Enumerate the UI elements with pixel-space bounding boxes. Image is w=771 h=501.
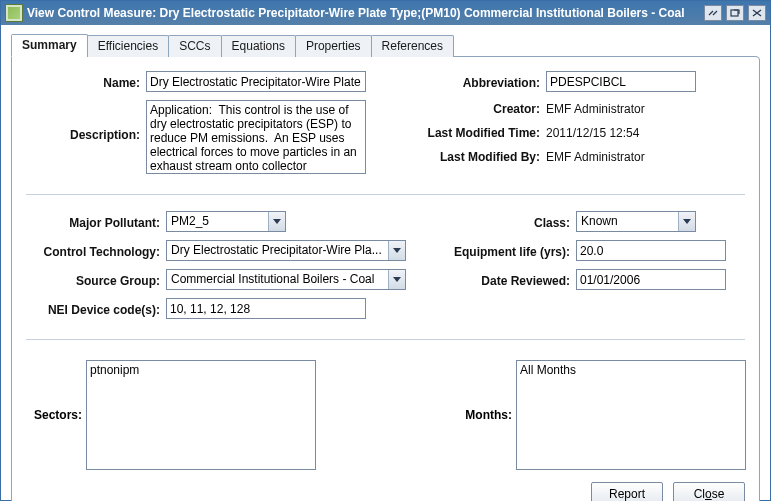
divider-2 (26, 339, 745, 340)
tab-properties[interactable]: Properties (295, 35, 372, 57)
class-label: Class: (446, 214, 576, 230)
sectors-listbox[interactable]: ptnonipm (86, 360, 316, 470)
name-input[interactable] (146, 71, 366, 92)
details-block: Major Pollutant: PM2_5 Control Technolog… (26, 211, 745, 327)
datereviewed-input[interactable] (576, 269, 726, 290)
list-item[interactable]: ptnonipm (90, 363, 312, 377)
tab-sccs[interactable]: SCCs (168, 35, 221, 57)
lastmod-label: Last Modified Time: (406, 124, 546, 140)
footer-buttons: Report Close (26, 470, 745, 501)
close-button-mnemonic: o (705, 487, 712, 501)
nei-label: NEI Device code(s): (26, 301, 166, 317)
lastmod-value: 2011/12/15 12:54 (546, 124, 639, 140)
months-listbox[interactable]: All Months (516, 360, 746, 470)
tab-efficiencies[interactable]: Efficiencies (87, 35, 169, 57)
creator-value: EMF Administrator (546, 100, 645, 116)
tab-references[interactable]: References (371, 35, 454, 57)
summary-right: Abbreviation: Creator: EMF Administrator… (406, 71, 745, 182)
tech-label: Control Technology: (26, 243, 166, 259)
tab-summary[interactable]: Summary (11, 34, 88, 57)
close-button-prefix: Cl (694, 487, 705, 501)
tech-select[interactable]: Dry Electrostatic Precipitator-Wire Pla.… (166, 240, 406, 261)
months-label: Months: (456, 408, 516, 422)
class-value: Known (577, 212, 678, 231)
creator-label: Creator: (406, 100, 546, 116)
pollutant-value: PM2_5 (167, 212, 268, 231)
nei-input[interactable] (166, 298, 366, 319)
lastmodby-label: Last Modified By: (406, 148, 546, 164)
close-icon[interactable] (748, 5, 766, 21)
group-value: Commercial Institutional Boilers - Coal (167, 270, 388, 289)
abbreviation-input[interactable] (546, 71, 696, 92)
sectors-col: Sectors: ptnonipm (26, 360, 316, 470)
svg-rect-0 (731, 10, 738, 16)
months-col: Months: All Months (456, 360, 746, 470)
minimize-icon[interactable] (704, 5, 722, 21)
summary-top: Name: Description: Application: This con… (26, 71, 745, 182)
lastmodby-value: EMF Administrator (546, 148, 645, 164)
maximize-icon[interactable] (726, 5, 744, 21)
chevron-down-icon[interactable] (678, 212, 695, 231)
report-button[interactable]: Report (591, 482, 663, 501)
window-buttons (704, 5, 766, 21)
content-area: Summary Efficiencies SCCs Equations Prop… (1, 25, 770, 500)
details-left: Major Pollutant: PM2_5 Control Technolog… (26, 211, 406, 327)
tab-equations[interactable]: Equations (221, 35, 296, 57)
window-title: View Control Measure: Dry Electrostatic … (27, 6, 704, 20)
datereviewed-label: Date Reviewed: (446, 272, 576, 288)
chevron-down-icon[interactable] (388, 241, 405, 260)
name-label: Name: (26, 74, 146, 90)
pollutant-select[interactable]: PM2_5 (166, 211, 286, 232)
summary-left: Name: Description: Application: This con… (26, 71, 366, 182)
chevron-down-icon[interactable] (388, 270, 405, 289)
chevron-down-icon[interactable] (268, 212, 285, 231)
tab-panel: Name: Description: Application: This con… (11, 56, 760, 501)
class-select[interactable]: Known (576, 211, 696, 232)
eqlife-label: Equipment life (yrs): (446, 243, 576, 259)
description-textarea[interactable]: Application: This control is the use of … (146, 100, 366, 174)
control-measure-window: View Control Measure: Dry Electrostatic … (0, 0, 771, 501)
group-select[interactable]: Commercial Institutional Boilers - Coal (166, 269, 406, 290)
pollutant-label: Major Pollutant: (26, 214, 166, 230)
title-bar[interactable]: View Control Measure: Dry Electrostatic … (1, 1, 770, 25)
eqlife-input[interactable] (576, 240, 726, 261)
tab-strip: Summary Efficiencies SCCs Equations Prop… (11, 33, 760, 56)
divider-1 (26, 194, 745, 195)
sectors-label: Sectors: (26, 408, 86, 422)
group-label: Source Group: (26, 272, 166, 288)
app-icon (5, 4, 23, 22)
bottom-section: Sectors: ptnonipm Months: All Months (26, 360, 745, 470)
description-label: Description: (26, 100, 146, 142)
tech-value: Dry Electrostatic Precipitator-Wire Pla.… (167, 241, 388, 260)
abbreviation-label: Abbreviation: (406, 74, 546, 90)
list-item[interactable]: All Months (520, 363, 742, 377)
close-button-suffix: se (712, 487, 725, 501)
details-right: Class: Known Equipment life (yrs): Date … (446, 211, 745, 327)
close-button[interactable]: Close (673, 482, 745, 501)
